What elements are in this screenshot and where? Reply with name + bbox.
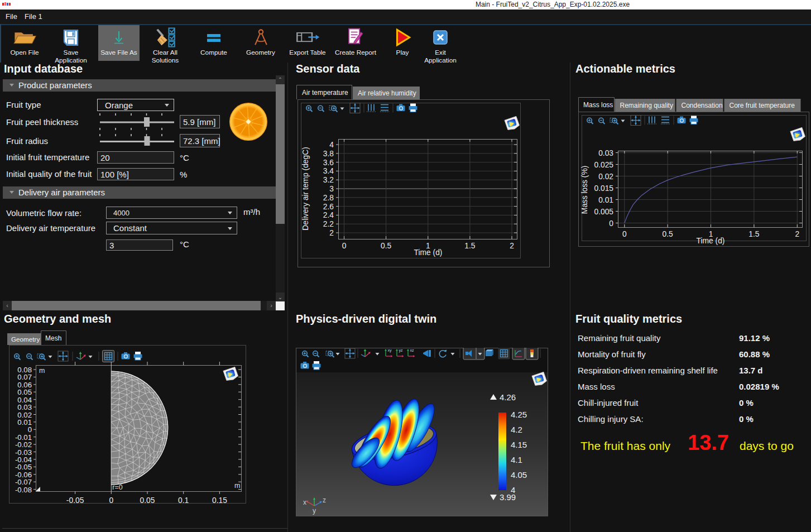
svg-text:1.5: 1.5 bbox=[464, 242, 476, 250]
svg-text:Mesh: Mesh bbox=[45, 334, 61, 342]
svg-text:0.025: 0.025 bbox=[594, 161, 613, 169]
svg-text:0.015: 0.015 bbox=[594, 184, 613, 193]
svg-text:4.1: 4.1 bbox=[511, 455, 522, 464]
svg-text:2.6: 2.6 bbox=[323, 203, 334, 211]
svg-text:3.8: 3.8 bbox=[323, 150, 334, 158]
svg-text:y: y bbox=[313, 507, 316, 515]
svg-text:x: x bbox=[303, 499, 306, 506]
svg-text:3.2: 3.2 bbox=[323, 176, 334, 184]
svg-text:4.05: 4.05 bbox=[511, 470, 527, 480]
svg-text:0: 0 bbox=[622, 230, 627, 238]
svg-text:Time (d): Time (d) bbox=[697, 237, 725, 245]
svg-text:-0.05: -0.05 bbox=[66, 496, 84, 505]
svg-text:0.1: 0.1 bbox=[178, 496, 189, 505]
svg-text:3.4: 3.4 bbox=[323, 167, 334, 175]
svg-text:m: m bbox=[39, 367, 45, 375]
svg-text:Air relative humidity: Air relative humidity bbox=[358, 89, 416, 97]
svg-text:4.25: 4.25 bbox=[511, 410, 527, 419]
svg-text:Air temperature: Air temperature bbox=[302, 89, 348, 97]
svg-text:yz: yz bbox=[399, 348, 404, 353]
svg-text:Mass loss: Mass loss bbox=[583, 101, 613, 109]
svg-text:z: z bbox=[323, 496, 326, 504]
svg-text:Remaining quality: Remaining quality bbox=[620, 102, 673, 109]
svg-text:0.5: 0.5 bbox=[381, 242, 392, 250]
svg-text:0.5: 0.5 bbox=[663, 230, 674, 238]
svg-text:2.2: 2.2 bbox=[323, 220, 334, 228]
svg-text:4.2: 4.2 bbox=[511, 425, 522, 434]
svg-text:xz: xz bbox=[410, 348, 415, 352]
svg-text:3.6: 3.6 bbox=[323, 159, 334, 167]
svg-text:m: m bbox=[234, 482, 240, 490]
svg-text:3: 3 bbox=[329, 185, 334, 193]
svg-text:4: 4 bbox=[329, 141, 334, 149]
svg-text:2: 2 bbox=[329, 229, 334, 237]
svg-text:0.03: 0.03 bbox=[598, 149, 613, 157]
svg-text:Geometry: Geometry bbox=[11, 336, 40, 343]
svg-text:4.26: 4.26 bbox=[500, 392, 516, 402]
svg-text:Core fruit temperature: Core fruit temperature bbox=[730, 102, 795, 109]
svg-text:-0.08: -0.08 bbox=[15, 486, 32, 494]
svg-text:0.005: 0.005 bbox=[594, 208, 613, 216]
svg-text:2.4: 2.4 bbox=[323, 211, 334, 219]
svg-text:0.05: 0.05 bbox=[140, 496, 155, 505]
svg-text:0.01: 0.01 bbox=[598, 196, 613, 204]
svg-text:2: 2 bbox=[510, 242, 514, 250]
svg-text:Time (d): Time (d) bbox=[414, 248, 443, 257]
svg-text:0.02: 0.02 bbox=[598, 172, 613, 181]
svg-text:4.15: 4.15 bbox=[511, 440, 527, 449]
svg-text:0: 0 bbox=[342, 242, 347, 250]
svg-text:0.15: 0.15 bbox=[212, 496, 227, 505]
svg-text:Mass loss (%): Mass loss (%) bbox=[580, 166, 589, 214]
svg-text:2.8: 2.8 bbox=[323, 194, 334, 202]
svg-text:2: 2 bbox=[795, 230, 799, 238]
svg-text:0: 0 bbox=[109, 496, 113, 505]
svg-text:3.99: 3.99 bbox=[500, 492, 516, 502]
svg-text:1.5: 1.5 bbox=[748, 230, 760, 238]
svg-text:Condensation: Condensation bbox=[682, 102, 723, 109]
svg-text:xy: xy bbox=[388, 348, 392, 353]
svg-text:0: 0 bbox=[609, 219, 613, 228]
svg-text:Delivery air temp (degC): Delivery air temp (degC) bbox=[301, 147, 310, 231]
